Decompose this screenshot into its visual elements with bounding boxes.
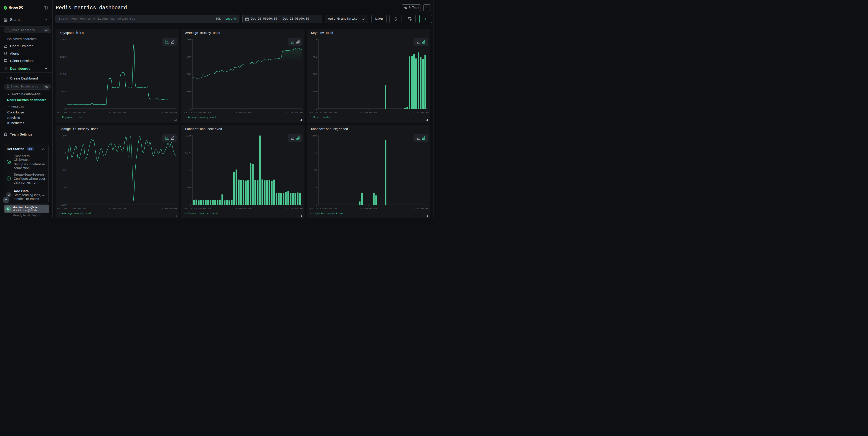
svg-text:25: 25	[314, 186, 317, 189]
svg-text:Oct 20 12:00:00 AM: Oct 20 12:00:00 AM	[183, 207, 211, 210]
svg-text:-18M: -18M	[60, 203, 66, 206]
svg-text:1.7K: 1.7K	[185, 151, 192, 154]
svg-text:550: 550	[187, 186, 191, 189]
svg-text:0: 0	[190, 203, 191, 206]
svg-text:0: 0	[64, 151, 66, 154]
svg-text:0: 0	[190, 107, 191, 110]
svg-text:-12M: -12M	[60, 186, 66, 189]
svg-text:11:00:00 AM: 11:00:00 AM	[360, 111, 377, 114]
svg-text:90M: 90M	[187, 55, 191, 58]
svg-text:11:30:00 PM: 11:30:00 PM	[285, 207, 303, 210]
svg-text:2.2K: 2.2K	[185, 134, 192, 137]
svg-text:60M: 60M	[187, 73, 191, 76]
svg-text:50: 50	[314, 169, 317, 172]
svg-text:rejected connections: rejected connections	[313, 212, 343, 214]
svg-text:500: 500	[312, 73, 317, 76]
svg-text:Average memory used: Average memory used	[188, 116, 216, 118]
svg-text:100: 100	[312, 134, 317, 137]
svg-text:11:30:00 PM: 11:30:00 PM	[411, 207, 429, 210]
svg-text:0: 0	[316, 107, 317, 110]
svg-text:110K: 110K	[60, 73, 66, 76]
svg-text:1K: 1K	[314, 38, 317, 41]
svg-text:1.1K: 1.1K	[185, 169, 192, 172]
svg-text:0: 0	[316, 203, 317, 206]
svg-text:120M: 120M	[185, 38, 192, 41]
svg-text:220K: 220K	[60, 38, 66, 41]
svg-text:11:00:00 AM: 11:00:00 AM	[108, 207, 126, 210]
svg-text:Oct 20 12:00:00 AM: Oct 20 12:00:00 AM	[57, 111, 86, 114]
svg-text:11:30:00 PM: 11:30:00 PM	[160, 207, 177, 210]
svg-text:Oct 20 12:00:00 AM: Oct 20 12:00:00 AM	[309, 111, 337, 114]
svg-text:Average memory used: Average memory used	[62, 212, 91, 214]
svg-text:11:00:00 AM: 11:00:00 AM	[108, 111, 126, 114]
svg-text:Oct 20 12:00:00 AM: Oct 20 12:00:00 AM	[57, 207, 86, 210]
svg-text:11:30:00 PM: 11:30:00 PM	[411, 111, 429, 114]
svg-text:75: 75	[314, 151, 317, 154]
svg-text:Keyspace hits: Keyspace hits	[62, 116, 82, 118]
svg-text:11:30:00 PM: 11:30:00 PM	[160, 111, 177, 114]
svg-text:250: 250	[312, 90, 317, 93]
svg-text:Oct 20 12:00:00 AM: Oct 20 12:00:00 AM	[309, 207, 337, 210]
svg-text:Oct 20 12:00:00 AM: Oct 20 12:00:00 AM	[183, 111, 211, 114]
svg-text:11:00:00 AM: 11:00:00 AM	[360, 207, 377, 210]
svg-text:0: 0	[64, 107, 66, 110]
svg-text:Connections recieved: Connections recieved	[188, 212, 218, 214]
svg-text:30M: 30M	[187, 90, 191, 93]
svg-text:6M: 6M	[63, 134, 66, 137]
svg-text:11:30:00 PM: 11:30:00 PM	[285, 111, 303, 114]
svg-text:750: 750	[312, 55, 317, 58]
svg-text:55K: 55K	[61, 90, 66, 93]
svg-text:11:00:00 AM: 11:00:00 AM	[234, 207, 251, 210]
svg-text:11:00:00 AM: 11:00:00 AM	[234, 111, 251, 114]
svg-text:165K: 165K	[60, 55, 66, 58]
svg-text:Keys evicted: Keys evicted	[313, 116, 331, 118]
svg-text:-6M: -6M	[61, 169, 66, 172]
